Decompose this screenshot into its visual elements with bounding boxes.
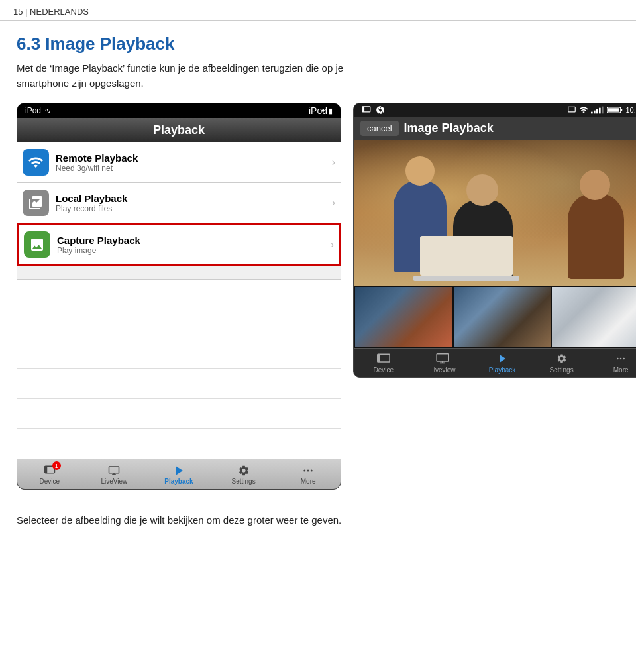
android-device-label: Device bbox=[374, 366, 394, 374]
svg-rect-11 bbox=[568, 107, 576, 112]
desc-line2: smartphone zijn opgeslagen. bbox=[17, 78, 144, 89]
capture-playback-sub: Play image bbox=[57, 246, 327, 255]
android-device-icon bbox=[376, 352, 392, 365]
svg-rect-21 bbox=[378, 354, 380, 362]
section-description: Met de ‘Image Playback’ functie kun je d… bbox=[17, 61, 619, 91]
android-tab-more[interactable]: More bbox=[591, 352, 636, 374]
device-badge: 1 bbox=[52, 461, 61, 470]
dvr-status-icon bbox=[360, 105, 372, 115]
android-screen-icon bbox=[567, 105, 576, 115]
svg-point-8 bbox=[311, 470, 313, 472]
playback-tab-icon bbox=[170, 463, 188, 478]
remote-playback-title: Remote Playback bbox=[56, 152, 329, 164]
android-liveview-icon bbox=[435, 352, 450, 365]
android-cancel-button[interactable]: cancel bbox=[360, 121, 399, 136]
device-tab-label: Device bbox=[40, 478, 60, 485]
liveview-tab-icon bbox=[105, 463, 123, 478]
local-playback-icon bbox=[23, 190, 49, 216]
section-title: 6.3 Image Playback bbox=[17, 34, 619, 54]
svg-rect-15 bbox=[599, 108, 601, 114]
list-empty-2 bbox=[17, 309, 341, 339]
ios-tabbar: 1 Device LiveView bbox=[17, 459, 341, 489]
android-signal-icon bbox=[591, 105, 604, 115]
thumbnail-1[interactable] bbox=[355, 287, 452, 347]
android-statusbar-left-icons bbox=[360, 105, 386, 115]
list-item-local[interactable]: Local Playback Play record files › bbox=[17, 183, 341, 223]
svg-rect-12 bbox=[591, 112, 593, 114]
android-liveview-label: Liveview bbox=[430, 366, 455, 374]
android-tab-device[interactable]: Device bbox=[354, 352, 413, 374]
remote-playback-icon bbox=[23, 149, 49, 176]
svg-point-26 bbox=[617, 358, 619, 360]
list-item-capture[interactable]: Capture Playback Play image › bbox=[17, 223, 341, 266]
ios-tab-settings[interactable]: Settings bbox=[211, 462, 276, 486]
android-navbar-title: Image Playback bbox=[404, 121, 494, 135]
remote-playback-text: Remote Playback Need 3g/wifi net bbox=[56, 152, 329, 173]
more-tab-icon bbox=[299, 463, 317, 478]
remote-chevron-icon: › bbox=[332, 156, 335, 168]
svg-rect-1 bbox=[44, 466, 47, 473]
capture-playback-icon bbox=[24, 231, 50, 258]
phone-right-android: 10:58 cancel Image Playback bbox=[353, 103, 636, 378]
statusbar-time-left: iPod bbox=[309, 105, 327, 116]
ios-statusbar: iPod ∿ iPod ✦ ▮ bbox=[17, 103, 341, 118]
ios-list: Remote Playback Need 3g/wifi net › Loc bbox=[17, 142, 341, 459]
android-settings-label: Settings bbox=[550, 366, 574, 374]
android-statusbar-right-icons: 10:58 bbox=[567, 105, 636, 115]
android-settings-icon bbox=[554, 352, 570, 365]
ios-tab-more[interactable]: More bbox=[276, 462, 341, 486]
playback-tab-label: Playback bbox=[164, 478, 193, 485]
svg-point-6 bbox=[303, 470, 305, 472]
list-separator-1 bbox=[17, 266, 341, 279]
capture-chevron-icon: › bbox=[331, 239, 334, 251]
camera-status-icon bbox=[375, 105, 386, 115]
android-more-icon bbox=[613, 352, 629, 365]
liveview-tab-label: LiveView bbox=[101, 478, 127, 485]
local-playback-text: Local Playback Play record files bbox=[56, 193, 329, 213]
more-tab-label: More bbox=[301, 478, 316, 485]
android-main-image bbox=[354, 140, 636, 286]
android-wifi-icon bbox=[579, 105, 588, 115]
ios-tab-playback[interactable]: Playback bbox=[146, 462, 211, 486]
local-chevron-icon: › bbox=[332, 197, 335, 209]
android-playback-icon bbox=[494, 352, 510, 365]
page-footer: Selecteer de afbeelding die je wilt beki… bbox=[0, 503, 636, 535]
wifi-icon: ∿ bbox=[44, 106, 51, 115]
language-label: NEDERLANDS bbox=[30, 7, 89, 17]
android-thumbnails bbox=[354, 286, 636, 348]
list-empty-3 bbox=[17, 339, 341, 369]
thumbnail-2[interactable] bbox=[454, 287, 551, 347]
android-tab-settings[interactable]: Settings bbox=[532, 352, 592, 374]
screenshots-row: iPod ∿ iPod ✦ ▮ Playback bbox=[17, 103, 619, 490]
capture-playback-text: Capture Playback Play image bbox=[57, 235, 327, 255]
android-tab-liveview[interactable]: Liveview bbox=[413, 352, 473, 374]
svg-rect-14 bbox=[596, 109, 598, 114]
person-figure-3 bbox=[568, 193, 624, 279]
svg-rect-18 bbox=[621, 109, 622, 111]
svg-rect-19 bbox=[608, 108, 620, 112]
ios-tab-device[interactable]: 1 Device bbox=[17, 462, 82, 486]
svg-point-27 bbox=[620, 358, 622, 360]
svg-point-7 bbox=[307, 470, 309, 472]
ios-tab-liveview[interactable]: LiveView bbox=[82, 462, 147, 486]
android-tab-playback[interactable]: Playback bbox=[472, 352, 532, 374]
capture-playback-title: Capture Playback bbox=[57, 235, 327, 246]
android-tabbar: Device Liveview bbox=[354, 348, 636, 377]
android-more-label: More bbox=[613, 366, 629, 374]
ios-navbar: Playback bbox=[17, 118, 341, 142]
desc-line1: Met de ‘Image Playback’ functie kun je d… bbox=[17, 62, 343, 74]
thumbnail-3[interactable] bbox=[552, 287, 636, 347]
list-empty-6 bbox=[17, 429, 341, 459]
device-tab-icon: 1 bbox=[40, 463, 59, 478]
list-empty-1 bbox=[17, 280, 341, 309]
local-playback-title: Local Playback bbox=[56, 193, 329, 204]
local-playback-sub: Play record files bbox=[56, 204, 329, 213]
android-battery-icon bbox=[607, 106, 623, 114]
svg-rect-10 bbox=[362, 107, 364, 112]
android-navbar: cancel Image Playback bbox=[354, 117, 636, 140]
svg-point-28 bbox=[623, 358, 625, 360]
android-playback-label: Playback bbox=[489, 366, 516, 374]
list-item-remote[interactable]: Remote Playback Need 3g/wifi net › bbox=[17, 142, 341, 183]
list-empty-4 bbox=[17, 369, 341, 399]
svg-marker-25 bbox=[500, 355, 505, 363]
